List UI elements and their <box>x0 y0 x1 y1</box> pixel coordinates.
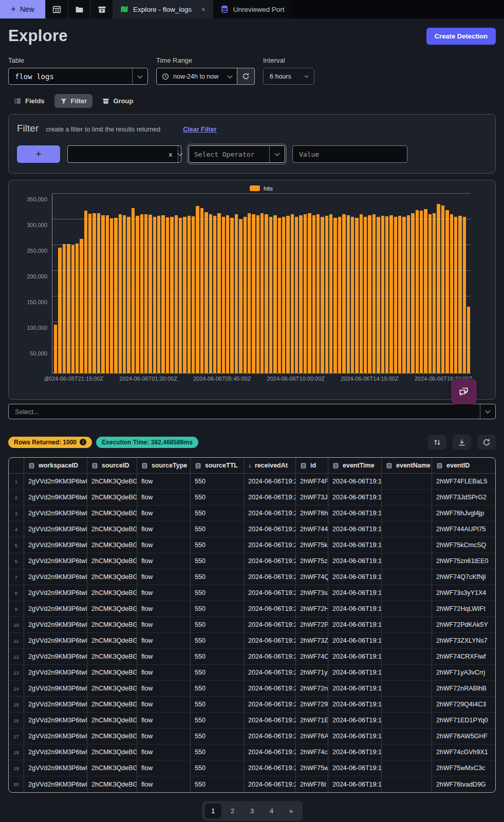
chevron-down-icon[interactable] <box>480 404 495 419</box>
table-cell: flow <box>137 681 191 696</box>
refresh-results-button[interactable] <box>477 435 496 450</box>
table-row[interactable]: 202gVVd2n9KM3P6twl2hCMK3QdeBGflow5502024… <box>9 776 495 792</box>
table-cell: 550 <box>191 649 244 664</box>
next-pages-button[interactable]: » <box>283 804 300 818</box>
tab-unreviewed-port[interactable]: Unreviewed Port <box>213 0 292 18</box>
table-cell <box>382 521 432 537</box>
filter-panel: Filter create a filter to limit the resu… <box>8 114 496 174</box>
table-cell: 2gVVd2n9KM3P6twl <box>24 633 87 648</box>
chevron-down-icon[interactable] <box>132 68 147 84</box>
filter-value-input[interactable] <box>292 145 407 163</box>
filter-field-select[interactable]: x <box>67 145 181 163</box>
page-button-4[interactable]: 4 <box>264 804 280 818</box>
table-select-value[interactable] <box>9 72 132 81</box>
row-number: 16 <box>9 713 24 728</box>
table-cell: 550 <box>191 474 244 489</box>
table-row[interactable]: 92gVVd2n9KM3P6twl2hCMK3QdeBGflow5502024-… <box>9 601 495 617</box>
column-header-sourceType[interactable]: sourceType <box>137 458 191 473</box>
tab-label: Unreviewed Port <box>233 6 285 13</box>
table-row[interactable]: 172gVVd2n9KM3P6twl2hCMK3QdeBGflow5502024… <box>9 728 495 744</box>
tab-filter[interactable]: Filter <box>54 94 93 108</box>
column-header-eventName[interactable]: eventName <box>382 458 432 473</box>
table-row[interactable]: 42gVVd2n9KM3P6twl2hCMK3QdeBGflow5502024-… <box>9 521 495 537</box>
time-range-select[interactable]: now-24h to now <box>156 68 237 85</box>
chart-bar <box>170 217 173 373</box>
legend-series-label: hits <box>264 185 273 192</box>
tab-explore-flow-logs[interactable]: Explore - flow_logs × <box>113 0 213 18</box>
saved-queries-button[interactable] <box>68 0 90 18</box>
chart-bar <box>58 248 61 373</box>
column-header-receivedAt[interactable]: ↓receivedAt <box>244 458 296 473</box>
column-header-eventTime[interactable]: eventTime <box>328 458 382 473</box>
feedback-button[interactable] <box>451 379 477 404</box>
table-row[interactable]: 112gVVd2n9KM3P6twl2hCMK3QdeBGflow5502024… <box>9 633 495 649</box>
table-cell: 2hCMK3QdeBG <box>87 633 137 648</box>
add-filter-button[interactable]: + <box>17 145 60 163</box>
table-cell: 2hCMK3QdeBG <box>87 728 137 744</box>
chevron-down-icon[interactable] <box>178 146 182 162</box>
column-header-id[interactable]: id <box>296 458 328 473</box>
table-cell: 2024-06-06T19:1 <box>328 569 382 585</box>
clear-filter-link[interactable]: Clear Filter <box>183 126 216 133</box>
tab-fields[interactable]: Fields <box>8 94 50 108</box>
create-detection-button[interactable]: Create Detection <box>426 28 496 45</box>
plus-icon: + <box>11 4 16 14</box>
table-row[interactable]: 192gVVd2n9KM3P6twl2hCMK3QdeBGflow5502024… <box>9 760 495 776</box>
table-row[interactable]: 12gVVd2n9KM3P6twl2hCMK3QdeBGflow5502024-… <box>9 474 495 490</box>
chart-bar <box>308 213 311 373</box>
table-row[interactable]: 52gVVd2n9KM3P6twl2hCMK3QdeBGflow5502024-… <box>9 537 495 553</box>
chevron-down-icon <box>228 73 233 78</box>
filter-field-input[interactable] <box>68 151 163 158</box>
download-button[interactable] <box>453 435 471 450</box>
chevron-down-icon[interactable] <box>269 146 285 162</box>
column-header-eventID[interactable]: eventID <box>432 458 495 473</box>
table-row[interactable]: 162gVVd2n9KM3P6twl2hCMK3QdeBGflow5502024… <box>9 713 495 728</box>
group-by-select[interactable]: Select... <box>8 404 496 419</box>
table-cell: 2024-06-06T19:1 <box>328 617 382 632</box>
table-row[interactable]: 152gVVd2n9KM3P6twl2hCMK3QdeBGflow5502024… <box>9 697 495 713</box>
table-row[interactable]: 82gVVd2n9KM3P6twl2hCMK3QdeBGflow5502024-… <box>9 585 495 601</box>
table-row[interactable]: 32gVVd2n9KM3P6twl2hCMK3QdeBGflow5502024-… <box>9 506 495 521</box>
column-header-sourceTTL[interactable]: sourceTTL <box>191 458 244 473</box>
column-header-workspaceID[interactable]: workspaceID <box>24 458 87 473</box>
refresh-query-button[interactable] <box>237 68 255 85</box>
page-button-1[interactable]: 1 <box>205 804 221 818</box>
table-cell <box>382 633 432 648</box>
interval-select[interactable]: 6 hours <box>263 68 314 85</box>
column-header-label: receivedAt <box>255 462 288 469</box>
row-number: 18 <box>9 744 24 760</box>
table-cell: 2hCMK3QdeBG <box>87 553 137 569</box>
tables-button[interactable] <box>45 0 68 18</box>
table-row[interactable]: 132gVVd2n9KM3P6twl2hCMK3QdeBGflow5502024… <box>9 665 495 681</box>
table-cell: 550 <box>191 728 244 744</box>
column-header-sourceID[interactable]: sourceID <box>87 458 137 473</box>
table-row[interactable]: 102gVVd2n9KM3P6twl2hCMK3QdeBGflow5502024… <box>9 617 495 633</box>
table-cell: 550 <box>191 665 244 680</box>
table-row[interactable]: 122gVVd2n9KM3P6twl2hCMK3QdeBGflow5502024… <box>9 649 495 665</box>
table-row[interactable]: 62gVVd2n9KM3P6twl2hCMK3QdeBGflow5502024-… <box>9 553 495 569</box>
tab-group[interactable]: Group <box>97 94 139 108</box>
chart-bar <box>445 210 449 373</box>
table-cell: 2024-06-06T19:2 <box>244 713 296 728</box>
info-icon[interactable]: i <box>80 439 86 445</box>
table-cell: 550 <box>191 506 244 521</box>
clear-field-icon[interactable]: x <box>163 151 178 158</box>
row-number: 15 <box>9 697 24 712</box>
page-button-2[interactable]: 2 <box>225 804 241 818</box>
sort-columns-button[interactable] <box>428 435 446 450</box>
table-row[interactable]: 142gVVd2n9KM3P6twl2hCMK3QdeBGflow5502024… <box>9 681 495 697</box>
column-header-label: sourceID <box>102 462 129 469</box>
table-row[interactable]: 182gVVd2n9KM3P6twl2hCMK3QdeBGflow5502024… <box>9 744 495 760</box>
operator-select[interactable]: Select Operator <box>189 145 285 163</box>
table-select[interactable] <box>8 68 148 85</box>
new-tab-button[interactable]: + New <box>0 0 45 18</box>
table-row[interactable]: 72gVVd2n9KM3P6twl2hCMK3QdeBGflow5502024-… <box>9 569 495 585</box>
refresh-icon <box>482 438 491 446</box>
table-cell: 2024-06-06T19:1 <box>328 713 382 728</box>
table-row[interactable]: 22gVVd2n9KM3P6twl2hCMK3QdeBGflow5502024-… <box>9 490 495 506</box>
archive-button[interactable] <box>90 0 113 18</box>
close-icon[interactable]: × <box>201 6 206 13</box>
page-button-3[interactable]: 3 <box>244 804 260 818</box>
chart-bar <box>351 217 354 373</box>
table-icon <box>52 5 61 14</box>
